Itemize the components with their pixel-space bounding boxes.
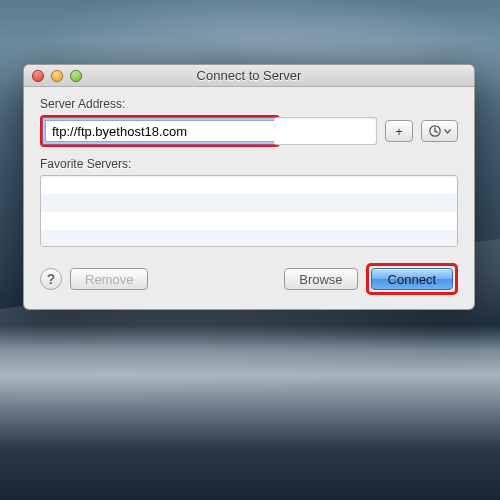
add-favorite-button[interactable]: + [385,120,413,142]
browse-button[interactable]: Browse [284,268,357,290]
window-body: Server Address: + Favorite Servers: [24,87,474,309]
remove-button[interactable]: Remove [70,268,148,290]
help-button[interactable]: ? [40,268,62,290]
svg-line-2 [435,131,437,132]
address-highlight-box [40,115,280,147]
window-title: Connect to Server [24,68,474,83]
plus-icon: + [395,124,403,139]
remove-button-label: Remove [85,272,133,287]
server-address-label: Server Address: [40,97,458,111]
minimize-icon[interactable] [51,70,63,82]
titlebar[interactable]: Connect to Server [24,65,474,87]
history-menu-button[interactable] [421,120,458,142]
server-address-input[interactable] [45,120,275,142]
chevron-down-icon [444,129,451,134]
favorite-servers-label: Favorite Servers: [40,157,458,171]
clock-icon [428,124,442,138]
zoom-icon[interactable] [70,70,82,82]
browse-button-label: Browse [299,272,342,287]
connect-to-server-window: Connect to Server Server Address: + [23,64,475,310]
address-field-extension[interactable] [274,117,377,145]
favorite-servers-list[interactable] [40,175,458,247]
connect-button-label: Connect [388,272,436,287]
list-item [41,212,457,230]
help-icon: ? [47,271,56,287]
list-item [41,176,457,194]
close-icon[interactable] [32,70,44,82]
list-item [41,230,457,247]
connect-button[interactable]: Connect [371,268,453,290]
connect-highlight-box: Connect [366,263,458,295]
list-item [41,194,457,212]
window-controls [32,70,82,82]
address-row: + [40,115,458,147]
footer-row: ? Remove Browse Connect [40,263,458,295]
